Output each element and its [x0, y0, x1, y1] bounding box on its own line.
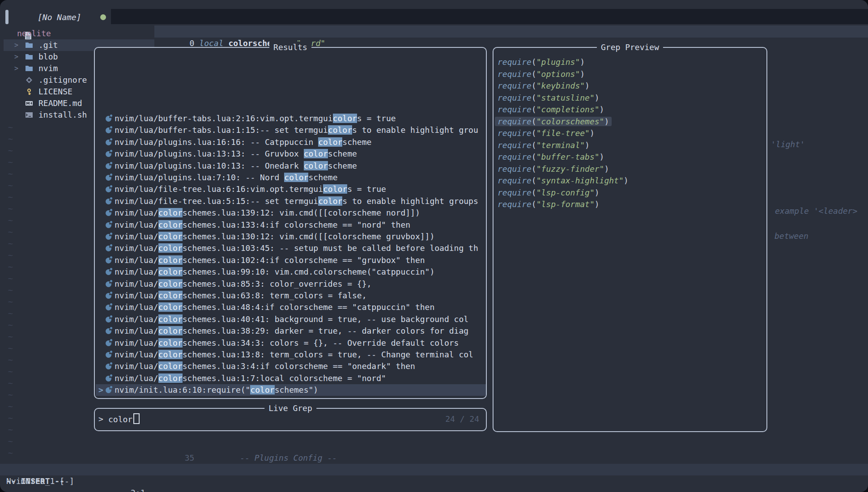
- match-before: nvim/lua/: [115, 291, 158, 300]
- result-row[interactable]: nvim/lua/plugins.lua:13:13: -- Gruvbox c…: [96, 148, 486, 160]
- preview-line-content: require("lsp-format"): [498, 199, 600, 209]
- result-row[interactable]: nvim/lua/buffer-tabs.lua:2:16:vim.opt.te…: [96, 113, 486, 124]
- match-before: nvim/lua/plugins.lua:7:10: -- Nord: [115, 173, 284, 182]
- match-before: nvim/lua/: [115, 373, 158, 383]
- token: "lsp-config": [536, 188, 595, 197]
- chevron-right-icon: >: [14, 39, 18, 51]
- match-highlight: color: [318, 137, 342, 147]
- preview-line-content: require("lsp-config"): [498, 188, 600, 197]
- result-row[interactable]: nvim/lua/buffer-tabs.lua:1:15:-- set ter…: [96, 124, 486, 136]
- mode-indicator: -- INSERT --: [6, 475, 64, 487]
- match-highlight: color: [158, 220, 183, 229]
- lua-file-icon: [106, 222, 111, 228]
- match-after: schemes.lua:34:3: colors = {}, -- Overri…: [183, 338, 459, 348]
- match-after: s to enable highlight grou: [352, 125, 478, 135]
- empty-line-tilde: ~: [8, 401, 13, 412]
- match-highlight: color: [158, 338, 183, 348]
- empty-line-tilde: ~: [8, 284, 13, 296]
- empty-line-tilde: ~: [8, 133, 13, 145]
- result-text: nvim/lua/buffer-tabs.lua:2:16:vim.opt.te…: [115, 113, 396, 124]
- preview-line: require("options"): [498, 68, 585, 80]
- editor-line-current[interactable]: 0local colorscheme = "nord": [154, 26, 325, 38]
- token: require: [498, 93, 532, 102]
- result-row[interactable]: nvim/lua/colorschemes.lua:48:4:if colors…: [96, 301, 486, 313]
- token: require: [498, 140, 532, 150]
- tab-title[interactable]: [No Name]: [38, 12, 81, 23]
- tab-indicator-bar: [5, 10, 9, 24]
- token: (: [532, 140, 536, 150]
- preview-line-content: require("statusline"): [498, 93, 600, 102]
- result-row[interactable]: nvim/lua/colorschemes.lua:40:41: backgro…: [96, 314, 486, 325]
- result-row[interactable]: nvim/lua/colorschemes.lua:139:12: vim.cm…: [96, 207, 486, 219]
- lua-file-icon: [106, 352, 111, 358]
- match-after: schemes.lua:139:12: vim.cmd([[colorschem…: [183, 208, 420, 217]
- result-row[interactable]: nvim/lua/colorschemes.lua:63:8: term_col…: [96, 290, 486, 301]
- filetree-item-label: .git: [38, 39, 58, 51]
- lua-file-icon: [106, 151, 111, 157]
- match-after: schemes.lua:130:12: vim.cmd([[colorschem…: [183, 232, 435, 241]
- filetree-item-label: .gitignore: [38, 74, 87, 86]
- token: "file-tree": [536, 128, 590, 138]
- result-row[interactable]: nvim/lua/file-tree.lua:6:16:vim.opt.term…: [96, 183, 486, 195]
- preview-line-content: require("fuzzy-finder"): [498, 164, 609, 174]
- result-row[interactable]: nvim/lua/colorschemes.lua:130:12: vim.cm…: [96, 231, 486, 242]
- match-before: nvim/lua/plugins.lua:16:16: -- Catppucci…: [115, 137, 318, 147]
- result-row[interactable]: nvim/lua/plugins.lua:7:10: -- Nord color…: [96, 172, 486, 183]
- result-row[interactable]: nvim/lua/colorschemes.lua:13:8: term_col…: [96, 349, 486, 361]
- result-row[interactable]: nvim/lua/colorschemes.lua:133:4:if color…: [96, 219, 486, 231]
- result-text: nvim/lua/colorschemes.lua:99:10: vim.cmd…: [115, 266, 434, 278]
- result-row[interactable]: nvim/lua/plugins.lua:10:13: -- Onedark c…: [96, 160, 486, 172]
- empty-line-tilde: ~: [8, 319, 13, 331]
- result-row[interactable]: nvim/lua/plugins.lua:16:16: -- Catppucci…: [96, 136, 486, 148]
- tabline-fill: [111, 9, 868, 24]
- result-row[interactable]: nvim/lua/colorschemes.lua:99:10: vim.cmd…: [96, 266, 486, 278]
- license-icon: [25, 88, 33, 95]
- match-highlight: color: [328, 125, 352, 135]
- lua-file-icon: [106, 281, 111, 287]
- match-counter: 24 / 24: [445, 413, 479, 425]
- match-before: nvim/lua/: [115, 208, 158, 217]
- preview-line: require("syntax-highlight"): [498, 174, 629, 187]
- result-row[interactable]: nvim/lua/colorschemes.lua:103:45: -- set…: [96, 242, 486, 254]
- token: (: [532, 188, 536, 197]
- token: ): [580, 57, 585, 67]
- token: ): [585, 140, 590, 150]
- editor-line-36: 36diagnostics = {: [154, 452, 313, 464]
- lua-file-icon: [106, 116, 111, 122]
- match-after: schemes.lua:102:4:if colorscheme == "gru…: [183, 255, 425, 265]
- shell-icon: [25, 111, 33, 119]
- token: ): [580, 69, 585, 79]
- match-before: nvim/lua/: [115, 279, 158, 288]
- lua-file-icon: [106, 175, 111, 181]
- match-after: schemes.lua:133:4:if colorscheme == "nor…: [183, 220, 410, 229]
- result-row[interactable]: nvim/lua/colorschemes.lua:85:3: color_ov…: [96, 278, 486, 290]
- result-row[interactable]: nvim/lua/file-tree.lua:5:15:-- set termg…: [96, 195, 486, 207]
- folder-icon: [25, 65, 33, 72]
- empty-line-tilde: ~: [8, 122, 13, 133]
- preview-line-content: require("completions"): [498, 105, 604, 114]
- result-row[interactable]: nvim/lua/colorschemes.lua:34:3: colors =…: [96, 337, 486, 349]
- result-row[interactable]: nvim/lua/colorschemes.lua:38:29: darker …: [96, 325, 486, 337]
- result-row[interactable]: >nvim/init.lua:6:10:require("colorscheme…: [96, 384, 486, 396]
- empty-line-tilde: ~: [8, 157, 13, 168]
- preview-line-content: require("options"): [498, 69, 585, 79]
- empty-line-tilde: ~: [8, 424, 13, 436]
- token: require: [498, 117, 532, 126]
- match-highlight: color: [158, 243, 183, 253]
- token: require: [498, 105, 532, 114]
- lua-file-icon: [106, 246, 111, 251]
- statusline-tree-cursor: 2:1: [131, 487, 145, 492]
- lua-file-icon: [106, 305, 111, 310]
- empty-line-tilde: ~: [8, 389, 13, 401]
- token: "colorschemes": [536, 117, 604, 126]
- token: ): [600, 152, 604, 161]
- lua-file-icon: [106, 340, 111, 346]
- result-row[interactable]: nvim/lua/colorschemes.lua:1:7:local colo…: [96, 373, 486, 384]
- result-row[interactable]: nvim/lua/colorschemes.lua:3:4:if colorsc…: [96, 361, 486, 372]
- filetree-root[interactable]: neolite: [17, 28, 51, 39]
- search-input[interactable]: color: [108, 413, 140, 425]
- empty-line-tilde: ~: [8, 145, 13, 157]
- result-row[interactable]: nvim/lua/colorschemes.lua:102:4:if color…: [96, 254, 486, 266]
- empty-line-tilde: ~: [8, 203, 13, 215]
- result-text: nvim/lua/colorschemes.lua:1:7:local colo…: [115, 373, 386, 384]
